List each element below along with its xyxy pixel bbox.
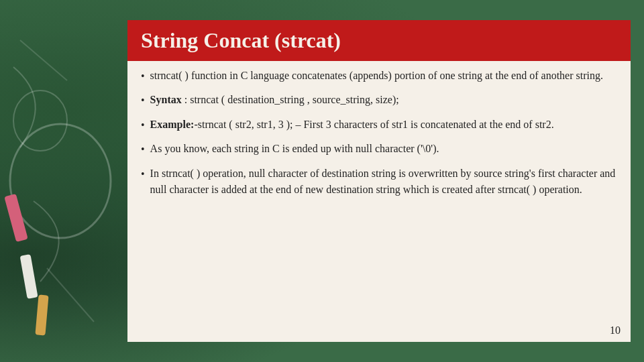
slide-title: String Concat (strcat) [141,28,617,53]
bullet-item-1: • strncat( ) function in C language conc… [141,68,617,84]
svg-point-1 [13,90,67,151]
svg-line-2 [20,40,67,80]
bullet-item-5: • In strncat( ) operation, null characte… [141,166,617,198]
bullet-text-3: Example:-strncat ( str2, str1, 3 ); – Fi… [150,117,554,133]
slide-body: • strncat( ) function in C language conc… [127,61,631,219]
bullet-marker-5: • [141,167,145,182]
bullet-item-3: • Example:-strncat ( str2, str1, 3 ); – … [141,117,617,133]
bullet-text-1: strncat( ) function in C language concat… [150,68,603,84]
page-number: 10 [610,324,621,337]
bullet-text-2: Syntax : strncat ( destination_string , … [150,92,399,108]
svg-rect-6 [35,295,48,336]
svg-rect-4 [4,194,28,242]
slide-container: String Concat (strcat) • strncat( ) func… [127,20,631,342]
svg-rect-5 [20,254,38,299]
bullet-item-4: • As you know, each string in C is ended… [141,141,617,157]
bullet-marker-1: • [141,69,145,84]
bullet-item-2: • Syntax : strncat ( destination_string … [141,92,617,108]
bullet-text-4: As you know, each string in C is ended u… [150,141,439,157]
svg-line-3 [47,268,94,322]
bullet-marker-3: • [141,118,145,133]
bold-syntax: Syntax [150,94,182,105]
bullet-marker-2: • [141,93,145,108]
bold-example: Example: [150,119,195,130]
bullet-marker-4: • [141,142,145,157]
slide-title-bar: String Concat (strcat) [127,20,631,61]
bullet-text-5: In strncat( ) operation, null character … [150,166,617,198]
chalk-drawings [0,0,121,362]
